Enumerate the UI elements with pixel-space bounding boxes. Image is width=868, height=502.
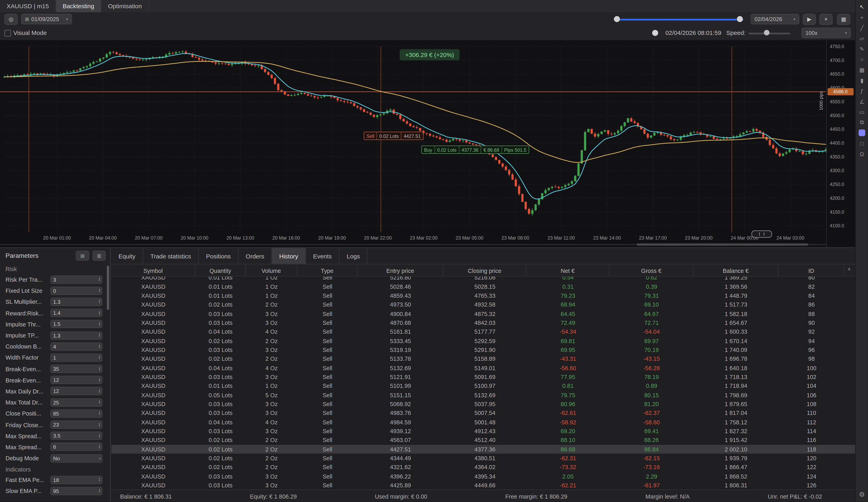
- table-row[interactable]: XAUUSD0.01 Lots1 OzSell5216.805216.060.5…: [111, 277, 855, 282]
- table-row[interactable]: XAUUSD0.03 Lots3 OzSell4425.894449.66-62…: [111, 481, 855, 489]
- tab-backtesting[interactable]: Backtesting: [56, 0, 101, 12]
- parameters-scrollbar[interactable]: [107, 266, 109, 310]
- table-row[interactable]: XAUUSD0.04 Lots4 OzSell5132.695149.01-56…: [111, 363, 855, 372]
- table-row[interactable]: XAUUSD0.03 Lots3 OzSell5121.915091.6977.…: [111, 372, 855, 381]
- table-row[interactable]: XAUUSD0.03 Lots3 OzSell5068.925037.9580.…: [111, 399, 855, 408]
- table-row[interactable]: XAUUSD0.01 Lots1 OzSell5028.465028.150.3…: [111, 282, 855, 291]
- brush-icon[interactable]: ✎: [858, 45, 866, 53]
- param-stepper-input[interactable]: 12▲▼: [50, 376, 102, 384]
- column-header-type[interactable]: Type: [297, 264, 358, 276]
- table-row[interactable]: XAUUSD0.02 Lots2 OzSell4344.494380.51-62…: [111, 454, 855, 463]
- layers-icon[interactable]: ⧉: [858, 118, 866, 126]
- palette-icon[interactable]: [858, 129, 866, 137]
- param-stepper-input[interactable]: 95▲▼: [50, 487, 102, 495]
- monitor-icon[interactable]: ▭: [858, 108, 866, 116]
- stepper-arrows-icon[interactable]: ▲▼: [99, 422, 101, 427]
- column-header-balance[interactable]: Balance €: [694, 264, 778, 276]
- play-button[interactable]: ▶: [803, 14, 816, 25]
- param-stepper-input[interactable]: 25▲▼: [50, 398, 102, 407]
- column-header-id[interactable]: ID: [778, 264, 845, 276]
- bell-icon[interactable]: Ω: [858, 150, 866, 158]
- param-stepper-input[interactable]: 3.5▲▼: [50, 432, 102, 440]
- stop-button[interactable]: ■: [819, 14, 833, 25]
- timeline-handle-right[interactable]: [737, 16, 743, 22]
- tab-history[interactable]: History: [272, 248, 306, 264]
- sort-indicator-icon[interactable]: ∧: [848, 266, 851, 272]
- table-row[interactable]: XAUUSD0.03 Lots3 OzSell4983.765007.54-62…: [111, 408, 855, 418]
- stepper-arrows-icon[interactable]: ▲▼: [99, 277, 101, 282]
- speed-select[interactable]: 100x ▾: [802, 28, 851, 38]
- tab-optimisation[interactable]: Optimisation: [101, 0, 149, 12]
- report-button[interactable]: ▦: [837, 14, 850, 25]
- crosshair-icon[interactable]: +: [858, 13, 866, 21]
- settings-gear-icon[interactable]: ⚙: [858, 491, 866, 499]
- tab-logs[interactable]: Logs: [340, 248, 368, 264]
- tab-xauusd-m15[interactable]: XAUUSD | m15: [0, 0, 56, 12]
- param-stepper-input[interactable]: 0▲▼: [50, 286, 102, 295]
- param-stepper-input[interactable]: 85▲▼: [50, 409, 102, 418]
- stepper-arrows-icon[interactable]: ▲▼: [99, 389, 101, 394]
- stepper-arrows-icon[interactable]: ▲▼: [99, 400, 101, 405]
- stepper-arrows-icon[interactable]: ▲▼: [99, 344, 101, 349]
- cursor-icon[interactable]: ↖: [858, 3, 866, 11]
- tab-equity[interactable]: Equity: [111, 248, 143, 264]
- timeline-handle-left[interactable]: [614, 16, 620, 22]
- param-stepper-input[interactable]: 35▲▼: [50, 365, 102, 373]
- table-row[interactable]: XAUUSD0.05 Lots5 OzSell5151.155132.6979.…: [111, 390, 855, 399]
- playhead-handle[interactable]: [652, 30, 658, 36]
- eraser-icon[interactable]: ▱: [858, 34, 866, 42]
- column-header-closing-price[interactable]: Closing price: [443, 264, 527, 276]
- load-parameters-button[interactable]: ▤: [76, 251, 89, 261]
- stepper-arrows-icon[interactable]: ▲▼: [99, 356, 101, 360]
- function-icon[interactable]: ƒ: [858, 87, 866, 95]
- param-stepper-input[interactable]: 1.5▲▼: [50, 320, 102, 328]
- table-row[interactable]: XAUUSD0.02 Lots2 OzSell5133.785158.89-43…: [111, 354, 855, 363]
- stepper-arrows-icon[interactable]: ▲▼: [99, 311, 101, 315]
- grid-icon[interactable]: ▦: [858, 66, 866, 74]
- save-parameters-button[interactable]: ▥: [93, 251, 106, 261]
- timeline-range-slider[interactable]: [613, 14, 743, 25]
- stepper-arrows-icon[interactable]: ▲▼: [99, 367, 101, 371]
- ruler-icon[interactable]: ∠: [858, 97, 866, 105]
- tab-trade-statistics[interactable]: Trade statistics: [143, 248, 199, 264]
- param-select[interactable]: No▾: [50, 454, 102, 462]
- price-chart[interactable]: 4750.04700.04650.04600.04550.04500.04450…: [0, 40, 855, 248]
- tab-events[interactable]: Events: [306, 248, 340, 264]
- table-row[interactable]: XAUUSD0.03 Lots3 OzSell4900.844875.3264.…: [111, 309, 855, 318]
- backtest-settings-button[interactable]: ◎: [4, 14, 18, 25]
- table-row[interactable]: XAUUSD0.02 Lots2 OzSell4973.504932.5868.…: [111, 300, 855, 309]
- visual-mode-checkbox[interactable]: [4, 30, 11, 36]
- stepper-arrows-icon[interactable]: ▲▼: [99, 378, 101, 382]
- param-stepper-input[interactable]: 6▲▼: [50, 443, 102, 451]
- column-header-net[interactable]: Net €: [527, 264, 610, 276]
- stepper-arrows-icon[interactable]: ▲▼: [99, 300, 101, 304]
- frame-icon[interactable]: □: [858, 139, 866, 147]
- shapes-icon[interactable]: ○: [858, 55, 866, 63]
- table-row[interactable]: XAUUSD0.04 Lots4 OzSell5161.815177.77-54…: [111, 327, 855, 336]
- sell-trade-marker[interactable]: Sell 0.02 Lots 4427.51: [364, 132, 424, 140]
- stepper-arrows-icon[interactable]: ▲▼: [99, 445, 101, 449]
- param-stepper-input[interactable]: 1.3▲▼: [50, 331, 102, 339]
- param-stepper-input[interactable]: 12▲▼: [50, 387, 102, 395]
- trendline-icon[interactable]: ╱: [858, 24, 866, 32]
- table-row[interactable]: XAUUSD0.02 Lots2 OzSell4321.624364.02-73…: [111, 463, 855, 472]
- param-stepper-input[interactable]: 1▲▼: [50, 354, 102, 362]
- column-header-quantity[interactable]: Quantity: [195, 264, 246, 276]
- end-date-select[interactable]: 02/04/2026 ▾: [751, 14, 799, 24]
- param-stepper-input[interactable]: 18▲▼: [50, 476, 102, 484]
- speed-slider[interactable]: [748, 29, 790, 38]
- stepper-arrows-icon[interactable]: ▲▼: [99, 433, 101, 438]
- stepper-arrows-icon[interactable]: ▲▼: [99, 489, 101, 493]
- buy-trade-marker[interactable]: Buy 0.02 Lots 4377.36 € 86.68 Pips 501.5: [421, 145, 529, 154]
- column-header-volume[interactable]: Volume: [246, 264, 297, 276]
- tab-orders[interactable]: Orders: [238, 248, 272, 264]
- param-stepper-input[interactable]: 3▲▼: [50, 275, 102, 283]
- param-stepper-input[interactable]: 4▲▼: [50, 342, 102, 351]
- column-header-entry-price[interactable]: Entry price: [358, 264, 443, 276]
- stepper-arrows-icon[interactable]: ▲▼: [99, 322, 101, 326]
- table-row[interactable]: XAUUSD0.03 Lots3 OzSell4939.124912.4369.…: [111, 427, 855, 436]
- tab-positions[interactable]: Positions: [199, 248, 238, 264]
- table-row[interactable]: XAUUSD0.01 Lots1 OzSell5101.995100.970.8…: [111, 381, 855, 390]
- column-header-gross[interactable]: Gross €: [609, 264, 694, 276]
- param-stepper-input[interactable]: 23▲▼: [50, 420, 102, 429]
